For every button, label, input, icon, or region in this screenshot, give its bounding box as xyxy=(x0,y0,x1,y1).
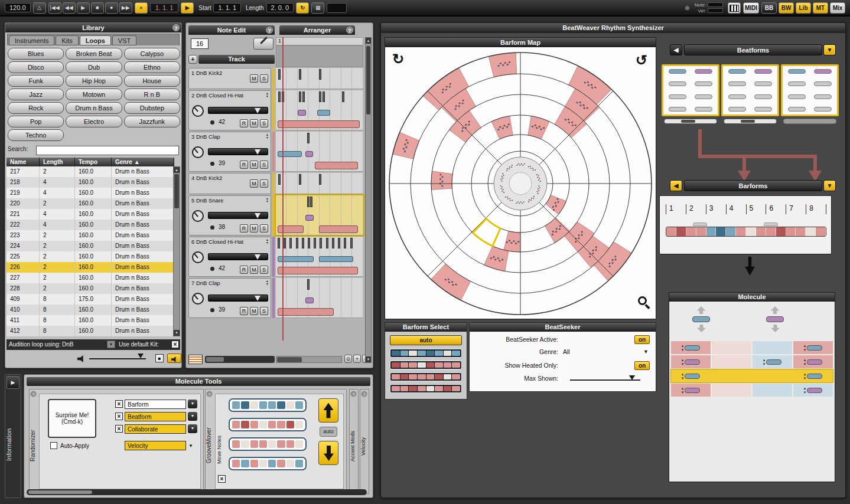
map-cell[interactable] xyxy=(545,218,570,243)
genre-button-hip-hop[interactable]: Hip Hop xyxy=(66,75,122,87)
auto-move-button[interactable]: auto xyxy=(320,427,337,437)
metronome-button[interactable]: △ xyxy=(33,2,46,14)
table-row[interactable]: 2252160.0Drum n Bass xyxy=(6,251,174,262)
molecule-cell[interactable] xyxy=(753,369,792,382)
pattern-segment[interactable] xyxy=(816,227,826,236)
x-checkbox[interactable]: × xyxy=(115,413,123,420)
pattern-segment[interactable] xyxy=(746,227,756,236)
field-velocity[interactable]: Velocity xyxy=(125,441,186,450)
column-header-tempo[interactable]: Tempo xyxy=(75,158,112,166)
volume-slider[interactable] xyxy=(89,358,146,359)
molecule-pill[interactable] xyxy=(807,374,822,379)
track-slider[interactable] xyxy=(208,253,268,260)
arranger-row-4[interactable] xyxy=(276,173,363,194)
pattern-segment[interactable] xyxy=(726,227,736,236)
tab-vst[interactable]: VST xyxy=(112,35,136,45)
down-arrow-icon[interactable] xyxy=(771,325,780,332)
table-row[interactable]: 4128160.0Drum n Bass xyxy=(6,326,174,336)
x-checkbox[interactable]: × xyxy=(115,400,123,408)
beatform-slider[interactable] xyxy=(664,119,717,124)
pattern-segment[interactable] xyxy=(676,227,686,236)
pattern-segment[interactable] xyxy=(756,227,766,236)
molecule-cell[interactable] xyxy=(712,341,751,354)
beatform-slider[interactable] xyxy=(724,119,777,124)
search-input[interactable] xyxy=(36,146,179,155)
solo-button[interactable]: S xyxy=(260,179,268,188)
track-slider[interactable] xyxy=(208,212,268,219)
mute-button[interactable]: M xyxy=(250,74,258,83)
scroll-up-icon[interactable]: ▲ xyxy=(174,167,180,173)
table-row[interactable]: 2194160.0Drum n Bass xyxy=(6,188,174,198)
midi-button[interactable]: MIDI xyxy=(743,2,759,14)
molecule-pill[interactable] xyxy=(685,374,700,379)
genre-button-house[interactable]: House xyxy=(124,75,180,87)
nudge-arrows-icon[interactable]: ▴▾ xyxy=(682,372,684,380)
molecule-pill[interactable] xyxy=(692,316,710,322)
arranger-vscrollbar[interactable]: ▲ ▼ xyxy=(365,37,372,363)
barform-strip-1[interactable] xyxy=(390,349,462,358)
tab-loops[interactable]: Loops xyxy=(80,35,111,45)
mute-button[interactable]: M xyxy=(250,266,258,274)
solo-button[interactable]: S xyxy=(260,74,268,83)
arranger-row-2[interactable] xyxy=(276,90,363,130)
dropdown-chevron-icon[interactable]: ▼ xyxy=(188,400,197,408)
mt-view-button[interactable]: MT xyxy=(813,2,828,14)
barform-bar[interactable] xyxy=(666,227,826,237)
pan-knob[interactable] xyxy=(192,210,204,222)
column-header-genre[interactable]: Genre ▲ xyxy=(112,158,174,166)
genre-button-broken-beat[interactable]: Broken Beat xyxy=(66,48,122,60)
track-row-1[interactable]: 1 DnB Kick2MS xyxy=(188,68,271,89)
molecule-row-4[interactable]: ▴▾▴▾ xyxy=(671,384,833,397)
table-row[interactable]: 2272160.0Drum n Bass xyxy=(6,273,174,283)
arranger-row-1[interactable] xyxy=(276,68,363,89)
molecule-pill[interactable] xyxy=(766,359,781,365)
loop-toggle-button[interactable]: ↻ xyxy=(296,2,309,14)
grid-view-button[interactable]: ▦ xyxy=(311,2,324,14)
pan-knob[interactable] xyxy=(192,146,204,158)
selected-map-cell[interactable] xyxy=(473,219,500,246)
genre-button-disco[interactable]: Disco xyxy=(8,61,64,73)
stop-audition-button[interactable]: ■ xyxy=(155,354,164,362)
molecule-cell[interactable] xyxy=(712,355,751,368)
slider-thumb[interactable] xyxy=(681,120,695,123)
move-down-button[interactable] xyxy=(318,441,338,465)
scroll-thumb[interactable] xyxy=(174,174,179,208)
table-row[interactable]: 4108160.0Drum n Bass xyxy=(6,305,174,315)
max-shown-slider[interactable] xyxy=(570,379,640,381)
scroll-down-icon[interactable]: ▼ xyxy=(174,330,180,336)
genre-button-motown[interactable]: Motown xyxy=(66,89,122,100)
record-arm-button[interactable]: R xyxy=(240,224,248,233)
arranger-row-3[interactable] xyxy=(276,132,363,172)
molecule-cell[interactable]: ▴▾ xyxy=(793,384,833,397)
beatforms-prev-button[interactable]: ◀ xyxy=(670,44,682,55)
genre-button-jazz[interactable]: Jazz xyxy=(8,89,64,100)
nudge-arrows-icon[interactable]: ▴▾ xyxy=(682,386,684,394)
nudge-arrows-icon[interactable]: ▴▾ xyxy=(763,358,766,366)
genre-value[interactable]: All xyxy=(563,348,570,355)
velocity-rail[interactable]: ? Velocity xyxy=(360,389,369,494)
field-collaborate[interactable]: Collaborate xyxy=(125,424,186,434)
genre-button-ethno[interactable]: Ethno xyxy=(124,61,180,73)
play-button[interactable]: ▶ xyxy=(77,2,90,14)
molecule-cell[interactable] xyxy=(712,384,751,397)
mix-view-button[interactable]: Mix xyxy=(830,2,845,14)
track-slider[interactable] xyxy=(208,294,268,302)
pattern-segment[interactable] xyxy=(666,227,676,236)
groove-checkbox[interactable]: × xyxy=(218,475,226,483)
stop-button[interactable]: ■ xyxy=(91,2,104,14)
pattern-segment[interactable] xyxy=(786,227,796,236)
solo-button[interactable]: S xyxy=(260,266,268,274)
pattern-segment[interactable] xyxy=(736,227,746,236)
record-arm-button[interactable]: R xyxy=(240,307,248,315)
molecule-row-1[interactable]: ▴▾▴▾ xyxy=(671,341,833,354)
length-display[interactable]: 2. 0. 0 xyxy=(266,3,294,12)
molecule-cell[interactable] xyxy=(753,341,792,354)
help-icon[interactable]: ? xyxy=(361,391,367,397)
groove-strip-1[interactable] xyxy=(229,398,307,412)
nudge-arrows-icon[interactable]: ▴▾ xyxy=(804,343,806,352)
go-start-button[interactable]: |◀◀ xyxy=(48,2,61,14)
pattern-segment[interactable] xyxy=(806,227,816,236)
dropdown-chevron-icon[interactable]: ▼ xyxy=(188,412,197,421)
solo-button[interactable]: S xyxy=(260,161,268,169)
pattern-segment[interactable] xyxy=(706,227,717,236)
